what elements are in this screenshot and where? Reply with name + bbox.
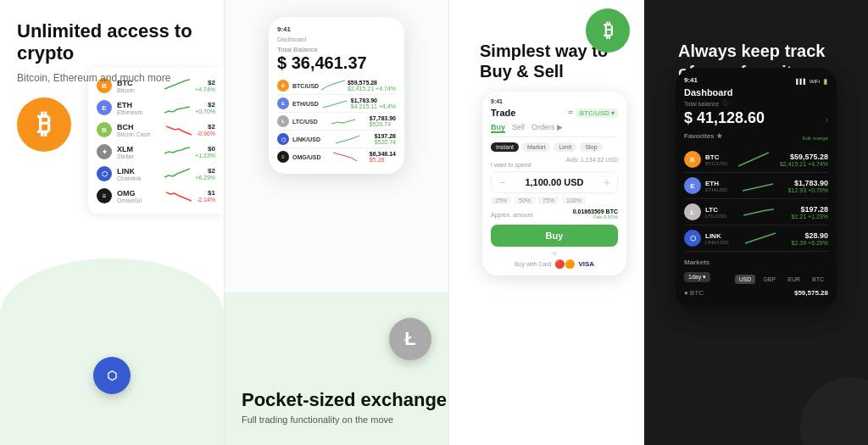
list-item: ⬡ LINK/USD $197.28 $520.74 <box>277 131 396 148</box>
tab-buy[interactable]: Buy <box>491 123 505 133</box>
link-sparkline <box>336 133 359 145</box>
tab-orders[interactable]: Orders ▶ <box>531 123 563 133</box>
dp-btc-dot: B <box>684 151 701 168</box>
panel-pocket-exchange: 9:41 Dashboard Total Balance $ 36,461.37… <box>225 0 449 445</box>
dp-market-btc-name: ● BTC <box>684 289 704 297</box>
dp-market-btc-price: $59,575.28 <box>794 289 828 297</box>
phone-mini-list: B BTC/USD $59,575.28 $2,415.21 +4.74% E … <box>277 77 396 165</box>
omg-dot: ≡ <box>97 188 112 203</box>
list-item: ≡ OMG/USD $6,348.14 $5.28 <box>277 148 396 165</box>
dp-favorites-label: Favorites ★ <box>684 132 722 140</box>
dp-eth-row: E ETH ETH/USD $1,783.90 $12.93 +0.70% <box>684 173 828 199</box>
dp-btc-row: B BTC BTC/USD $59,575.28 $2,415.21 +4.74… <box>684 147 828 173</box>
pct-50[interactable]: 50% <box>515 197 535 204</box>
or-label: or <box>491 250 618 256</box>
btc-sparkline <box>321 80 345 92</box>
balance-value: $ 36,461.37 <box>277 53 396 72</box>
fee-label: Fee 0.50% <box>593 214 618 220</box>
litecoin-float-icon: Ł <box>389 318 431 360</box>
panel-2-subtitle: Full trading functionality on the move <box>242 414 447 425</box>
panel-always-track: Always keep track of your favorites 9:41… <box>644 0 868 445</box>
dp-btc-tab[interactable]: BTC <box>808 275 828 284</box>
panel-2-title: Pocket-sized exchange <box>242 389 447 411</box>
list-item: B BTC/USD $59,575.28 $2,415.21 +4.74% <box>277 77 396 95</box>
dp-dashboard-label: Dashboard <box>684 87 828 97</box>
card-row: Buy with Card 🔴🟠 VISA <box>491 259 618 269</box>
plus-button[interactable]: + <box>604 175 610 189</box>
dp-ltc-row: Ł LTC LTC/USD $197.28 $2.21 +1.23% <box>684 199 828 225</box>
order-stop[interactable]: Stop <box>580 142 602 152</box>
pct-25[interactable]: 25% <box>491 197 511 204</box>
approx-value: 0.01863509 BTC <box>573 209 618 214</box>
balance-label: Total Balance <box>277 46 396 53</box>
dp-market-btc-row: ● BTC $59,575.28 <box>684 286 828 300</box>
mastercard-icon: 🔴🟠 <box>554 259 575 269</box>
panel-2-bottom-text: Pocket-sized exchange Full trading funct… <box>242 389 447 425</box>
dp-markets-section: Markets 1day ▾ USD GBP EUR BTC ● BTC $59… <box>684 259 828 300</box>
dp-coin-tabs: USD GBP EUR BTC <box>735 275 828 284</box>
dp-eur-tab[interactable]: EUR <box>783 275 804 284</box>
trade-phone-time: 9:41 <box>491 98 618 104</box>
pct-100[interactable]: 100% <box>562 197 586 204</box>
btc-float-icon: ₿ <box>586 8 630 53</box>
list-item: ≡ OMG OmiseGo $1 -2.14% <box>88 185 224 207</box>
bitcoin-icon: ₿ <box>17 97 71 152</box>
chainlink-float-icon: ⬡ <box>93 357 131 394</box>
avail-label: Avlb: 1,134.02 USD <box>566 157 618 168</box>
panel-buy-sell: Simplest way to Buy & Sell ₿ 9:41 Trade … <box>449 0 644 445</box>
panel-unlimited-access: Unlimited access to crypto Bitcoin, Ethe… <box>0 0 225 445</box>
spend-label: I want to spend <box>491 162 531 168</box>
dp-balance-value: $ 41,128.60 <box>684 109 765 127</box>
panel-1-subtitle: Bitcoin, Ethereum and much more <box>17 72 207 84</box>
dark-phone-time: 9:41 <box>684 76 698 84</box>
order-type-row: Instant Market Limit Stop <box>491 142 618 152</box>
approx-label: Approx. amount <box>491 212 532 220</box>
ltc-sparkline <box>331 115 355 127</box>
pct-75[interactable]: 75% <box>538 197 559 204</box>
phone-time: 9:41 <box>277 25 396 33</box>
trade-tabs: Buy Sell Orders ▶ <box>491 123 618 137</box>
dashboard-label: Dashboard <box>277 36 396 42</box>
tab-sell[interactable]: Sell <box>512 123 525 133</box>
dark-phone-mockup: 9:41 ▌▌▌ WiFi 🔋 Dashboard Total balance … <box>676 68 837 309</box>
dp-ltc-dot: Ł <box>684 203 701 220</box>
order-market[interactable]: Market <box>522 142 550 152</box>
percent-row: 25% 50% 75% 100% <box>491 197 618 204</box>
dp-link-dot: ⬡ <box>684 230 701 247</box>
trade-header: Trade ⇄ BTC/USD ▾ <box>491 108 618 118</box>
dp-1day-tab[interactable]: 1day ▾ <box>684 272 710 282</box>
list-item: ⬡ LINK Chainlink $2 +6.29% <box>88 163 224 185</box>
moon-decoration <box>800 377 868 445</box>
link-mini-chart <box>164 167 190 181</box>
dp-usd-tab[interactable]: USD <box>735 275 756 284</box>
omg-mini-chart <box>166 189 192 203</box>
order-instant[interactable]: Instant <box>491 142 519 152</box>
omg-sparkline <box>333 151 357 163</box>
eth-sparkline <box>323 97 347 109</box>
panel-1-bg-decoration <box>0 259 224 445</box>
amount-row: − 1,100.00 USD + <box>491 171 618 193</box>
dp-link-chart <box>745 230 776 247</box>
buy-button[interactable]: Buy <box>491 225 618 247</box>
panel-1-title: Unlimited access to crypto <box>17 20 207 65</box>
phone-mockup-panel2: 9:41 Dashboard Total Balance $ 36,461.37… <box>269 17 404 174</box>
dp-time-tabs: 1day ▾ <box>684 272 710 282</box>
dp-btc-chart <box>738 151 769 168</box>
list-item: E ETH/USD $1,783.90 $4,215.11 +4.4% <box>277 95 396 113</box>
minus-button[interactable]: − <box>498 175 505 189</box>
trade-phone-mockup: 9:41 Trade ⇄ BTC/USD ▾ Buy Sell Orders ▶… <box>482 92 626 275</box>
amount-value: 1,100.00 USD <box>525 177 583 187</box>
dp-eth-dot: E <box>684 177 701 194</box>
order-limit[interactable]: Limit <box>554 142 576 152</box>
trade-label: Trade <box>491 108 515 118</box>
dp-balance-label: Total balance <box>684 101 719 107</box>
trade-pair: BTC/USD ▾ <box>576 108 618 118</box>
dp-edit-label[interactable]: Edit mange <box>803 136 828 141</box>
dp-eth-chart <box>743 177 773 194</box>
dp-link-row: ⬡ LINK LINK/USD $28.90 $2.39 +6.29% <box>684 225 828 252</box>
dp-gbp-tab[interactable]: GBP <box>759 275 780 284</box>
visa-icon: VISA <box>578 260 594 268</box>
dp-markets-label: Markets <box>684 259 709 266</box>
link-dot: ⬡ <box>97 166 112 181</box>
list-item: Ł LTC/USD $7,783.90 $520.74 <box>277 113 396 131</box>
